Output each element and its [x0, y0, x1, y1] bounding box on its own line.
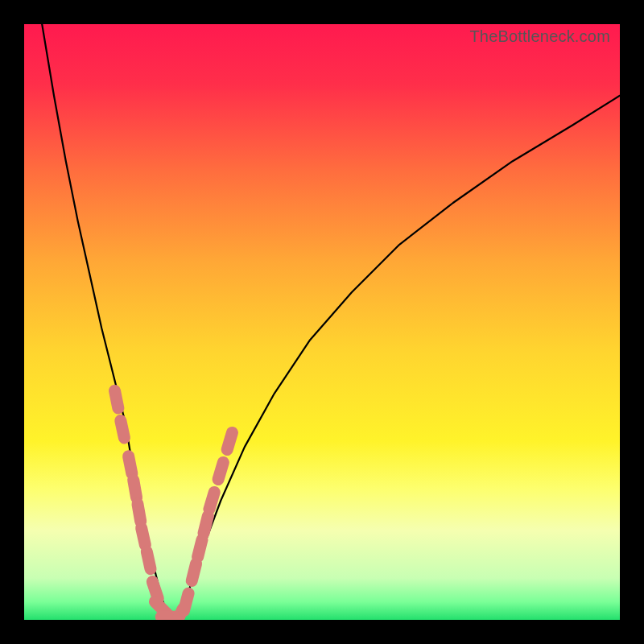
- marker: [115, 390, 118, 408]
- bottleneck-curve: [42, 24, 620, 620]
- marker: [209, 492, 214, 509]
- chart-frame: TheBottleneck.com: [0, 0, 644, 644]
- marker-group: [115, 390, 233, 620]
- marker: [121, 420, 125, 438]
- curve-layer: [24, 24, 620, 620]
- watermark-text: TheBottleneck.com: [469, 27, 610, 46]
- marker: [198, 540, 202, 557]
- marker: [227, 432, 232, 449]
- marker: [204, 516, 208, 533]
- marker: [142, 528, 146, 545]
- plot-area: TheBottleneck.com: [24, 24, 620, 620]
- marker: [218, 462, 223, 479]
- marker: [134, 480, 137, 497]
- marker: [184, 593, 189, 610]
- marker: [192, 564, 196, 580]
- marker: [129, 456, 132, 474]
- marker: [147, 551, 151, 568]
- marker: [138, 504, 141, 522]
